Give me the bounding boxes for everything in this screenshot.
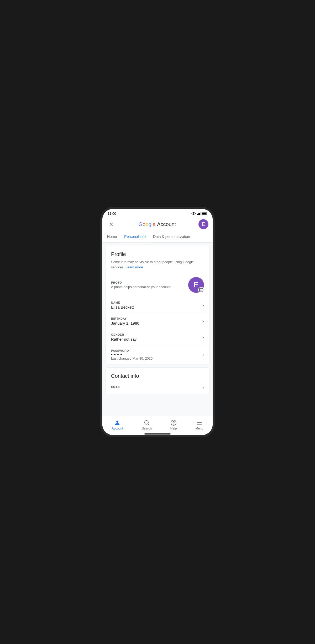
svg-rect-5	[207, 213, 207, 214]
nav-search-label: Search	[142, 427, 152, 430]
svg-line-8	[148, 424, 149, 425]
nav-item-search[interactable]: Search	[139, 418, 155, 431]
email-row[interactable]: EMAIL ›	[106, 381, 209, 394]
photo-row[interactable]: PHOTO A photo helps personalize your acc…	[106, 274, 209, 297]
account-icon	[114, 420, 120, 426]
svg-rect-3	[200, 212, 201, 215]
svg-point-7	[145, 421, 148, 424]
close-button[interactable]: ✕	[107, 219, 116, 229]
wifi-icon	[191, 212, 196, 215]
nav-item-menu[interactable]: Menu	[192, 418, 206, 431]
name-row[interactable]: NAME Elisa Beckett ›	[106, 297, 209, 313]
search-icon	[144, 420, 150, 426]
gender-chevron: ›	[202, 335, 204, 340]
nav-menu-label: Menu	[195, 427, 203, 430]
svg-rect-12	[197, 422, 202, 423]
password-label: PASSWORD	[111, 349, 153, 352]
tab-personal-info[interactable]: Personal info	[120, 231, 149, 242]
tab-home[interactable]: Home	[103, 231, 120, 242]
birthday-value: January 1, 1980	[111, 321, 139, 325]
birthday-chevron: ›	[202, 319, 204, 324]
nav-item-account[interactable]: Account	[108, 418, 126, 431]
tabs-bar: Home Personal info Data & personalizatio…	[102, 231, 213, 243]
home-indicator	[144, 433, 171, 435]
password-last-changed: Last changed Mar 30, 2020	[111, 356, 153, 360]
svg-rect-0	[197, 214, 198, 215]
svg-point-10	[174, 424, 174, 424]
svg-rect-6	[202, 213, 206, 214]
camera-icon	[200, 289, 203, 292]
email-chevron: ›	[202, 385, 204, 390]
svg-rect-11	[197, 421, 202, 421]
photo-label: PHOTO	[111, 281, 171, 284]
nav-item-help[interactable]: Help	[167, 418, 180, 431]
gender-row[interactable]: GENDER Rather not say ›	[106, 329, 209, 345]
contact-info-card: Contact info EMAIL ›	[106, 367, 209, 394]
photo-description: A photo helps personalize your account	[111, 285, 171, 289]
tab-data-personalization[interactable]: Data & personalization	[149, 231, 194, 242]
svg-rect-13	[197, 424, 202, 425]
battery-icon	[202, 212, 207, 215]
name-value: Elisa Beckett	[111, 305, 134, 309]
profile-card-title: Profile	[106, 246, 209, 259]
signal-icon	[197, 212, 201, 215]
password-chevron: ›	[202, 352, 204, 357]
app-header: ✕ Google Account E	[102, 217, 213, 229]
status-time: 11:00	[108, 212, 116, 216]
name-label: NAME	[111, 301, 134, 304]
gender-label: GENDER	[111, 333, 137, 336]
camera-badge	[198, 287, 204, 293]
help-icon	[170, 420, 177, 426]
birthday-row[interactable]: BIRTHDAY January 1, 1980 ›	[106, 313, 209, 329]
user-avatar-header[interactable]: E	[198, 219, 208, 229]
password-dots: ••••••••	[111, 353, 153, 356]
avatar-with-camera: E	[188, 277, 204, 293]
profile-card: Profile Some info may be visible to othe…	[106, 246, 209, 364]
gender-value: Rather not say	[111, 337, 137, 341]
email-label: EMAIL	[111, 386, 121, 389]
bottom-nav: Account Search Help	[102, 416, 213, 432]
google-logo: Google	[139, 221, 156, 227]
status-icons	[191, 212, 207, 215]
svg-rect-1	[198, 213, 199, 215]
main-content: Profile Some info may be visible to othe…	[102, 243, 213, 416]
learn-more-link[interactable]: Learn more	[125, 265, 143, 269]
menu-icon	[196, 420, 202, 426]
name-chevron: ›	[202, 303, 204, 308]
header-title: Google Account	[139, 221, 176, 227]
nav-help-label: Help	[170, 427, 177, 430]
password-row[interactable]: PASSWORD •••••••• Last changed Mar 30, 2…	[106, 345, 209, 364]
nav-account-label: Account	[112, 427, 123, 430]
app-title: Account	[157, 221, 176, 227]
svg-rect-2	[199, 213, 200, 215]
status-bar: 11:00	[102, 209, 213, 217]
phone-frame: 11:00 ✕ Google	[102, 209, 213, 435]
profile-card-subtitle: Some info may be visible to other people…	[106, 259, 209, 274]
birthday-label: BIRTHDAY	[111, 317, 139, 320]
contact-card-title: Contact info	[106, 368, 209, 381]
